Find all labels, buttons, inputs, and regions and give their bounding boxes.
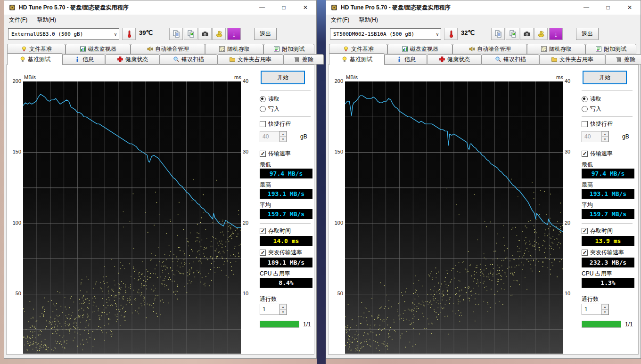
read-radio[interactable]: 读取 [260,95,279,103]
copy-image-button[interactable] [506,28,519,40]
control-panel: 开始 读取 写入 快捷行程 40 ▲▼ gB ✓ 传输速率 最低 97.4 MB… [581,68,636,354]
progress-label: 1/1 [303,321,311,328]
temperature-value: 32℃ [461,29,475,36]
passes-stepper[interactable]: 1 ▲▼ [582,304,609,315]
menu-file[interactable]: 文件(F) [331,16,349,24]
random-access-icon [219,46,225,52]
tab-info[interactable]: 信息 [385,54,427,65]
tab-auto-acoustic[interactable]: 自动噪音管理 [452,44,527,54]
start-button[interactable]: 开始 [583,71,627,84]
tab-file-benchmark[interactable]: 文件基准 [7,44,66,54]
tab-random-access[interactable]: 随机存取 [527,44,585,54]
separator [582,116,633,117]
window-title: HD Tune Pro 5.70 - 硬盘/固态硬盘实用程序 [341,4,450,12]
burst-rate-checkbox[interactable]: ✓ 突发传输速率 [260,249,302,257]
temperature-button[interactable] [122,28,136,40]
menu-help[interactable]: 帮助(H) [359,16,378,24]
copy-text-button[interactable] [491,28,505,40]
read-radio[interactable]: 读取 [582,95,601,103]
short-stroke-size-stepper[interactable]: 40 ▲▼ [260,131,287,142]
spinner-up-icon[interactable]: ▲ [279,131,287,137]
transfer-rate-checkbox[interactable]: ✓ 传输速率 [260,150,291,158]
copy-image-button[interactable] [184,28,197,40]
ytick-150: 150 [330,149,343,154]
tab-error-scan[interactable]: 错误扫描 [482,54,539,65]
temperature-button[interactable] [444,28,458,40]
tab-extra-tests[interactable]: 附加测试 [263,44,314,54]
tab-health[interactable]: 健康状态 [105,54,160,65]
tab-file-benchmark[interactable]: 文件基准 [329,44,387,54]
ytick-20ms: 20 [243,220,254,226]
right-axis-unit: ms [234,74,241,80]
burst-rate-checkbox[interactable]: ✓ 突发传输速率 [582,249,624,257]
ytick-10ms: 10 [565,291,576,296]
tab-folder-usage[interactable]: 文件夹占用率 [217,54,283,65]
spinner-up-icon[interactable]: ▲ [601,304,608,309]
tab-info[interactable]: 信息 [63,54,105,65]
minimize-button[interactable]: — [251,0,273,15]
max-label: 最高 [582,181,593,189]
checkbox-checked-icon: ✓ [582,250,588,256]
tab-health[interactable]: 健康状态 [427,54,482,65]
access-time-checkbox[interactable]: ✓ 存取时间 [582,227,613,235]
tab-random-access[interactable]: 随机存取 [205,44,263,54]
drive-selector[interactable]: ExternalUSB3.0 (500 gB) ∨ [8,28,119,40]
short-stroke-size-stepper[interactable]: 40 ▲▼ [582,131,609,142]
screenshot-button[interactable] [198,28,212,40]
save-results-button[interactable]: ↓ [549,28,563,40]
access-time-checkbox[interactable]: ✓ 存取时间 [260,227,291,235]
maximize-button[interactable]: □ [273,0,295,15]
exit-button[interactable]: 退出 [576,28,599,40]
spinner-up-icon[interactable]: ▲ [601,131,608,137]
copy-text-button[interactable] [169,28,183,40]
close-button[interactable]: ✕ [619,0,641,15]
download-arrow-icon: ↓ [232,31,236,38]
save-results-button[interactable]: ↓ [227,28,241,40]
donate-button[interactable] [212,28,226,40]
drive-selector[interactable]: ST500DM002-1SB10A (500 gB) ∨ [330,28,441,40]
spinner-up-icon[interactable]: ▲ [279,304,287,309]
menu-help[interactable]: 帮助(H) [37,16,56,24]
tab-folder-usage[interactable]: 文件夹占用率 [539,54,605,65]
tab-disk-monitor[interactable]: 磁盘监视器 [66,44,131,54]
chevron-down-icon: ∨ [436,32,439,37]
app-icon [8,4,16,11]
magnifier-icon [495,56,501,63]
tab-benchmark-active[interactable]: 基准测试 [7,53,63,65]
passes-stepper[interactable]: 1 ▲▼ [260,304,287,315]
tab-benchmark-active[interactable]: 基准测试 [329,53,385,65]
min-label: 最低 [582,161,593,169]
min-label: 最低 [260,161,271,169]
spinner-down-icon[interactable]: ▼ [601,309,608,315]
short-stroke-checkbox[interactable]: 快捷行程 [582,120,613,128]
write-radio[interactable]: 写入 [582,105,601,113]
checkbox-checked-icon: ✓ [582,151,588,157]
short-stroke-checkbox[interactable]: 快捷行程 [260,120,291,128]
tab-auto-acoustic[interactable]: 自动噪音管理 [131,44,205,54]
cpu-value: 1.3% [582,278,634,288]
menu-file[interactable]: 文件(F) [9,16,27,24]
spinner-down-icon[interactable]: ▼ [601,137,608,142]
tab-erase[interactable]: 擦除 [605,54,641,65]
tab-erase[interactable]: 擦除 [283,54,324,65]
ytick-200: 200 [330,78,343,84]
minimize-button[interactable]: — [575,0,597,15]
ytick-150: 150 [8,149,21,154]
maximize-button[interactable]: □ [597,0,619,15]
donate-button[interactable] [534,28,548,40]
screenshot-button[interactable] [520,28,534,40]
start-button[interactable]: 开始 [261,71,305,84]
transfer-rate-checkbox[interactable]: ✓ 传输速率 [582,150,613,158]
exit-button[interactable]: 退出 [254,28,277,40]
extra-tests-icon [273,46,280,52]
passes-label: 通行数 [582,295,599,303]
ytick-30ms: 30 [243,149,254,154]
write-radio[interactable]: 写入 [260,105,279,113]
close-button[interactable]: ✕ [295,0,316,15]
spinner-down-icon[interactable]: ▼ [279,137,287,142]
min-value: 97.4 MB/s [260,169,312,178]
tab-extra-tests[interactable]: 附加测试 [585,44,636,54]
tab-disk-monitor[interactable]: 磁盘监视器 [387,44,452,54]
spinner-down-icon[interactable]: ▼ [279,309,287,315]
tab-error-scan[interactable]: 错误扫描 [160,54,217,65]
